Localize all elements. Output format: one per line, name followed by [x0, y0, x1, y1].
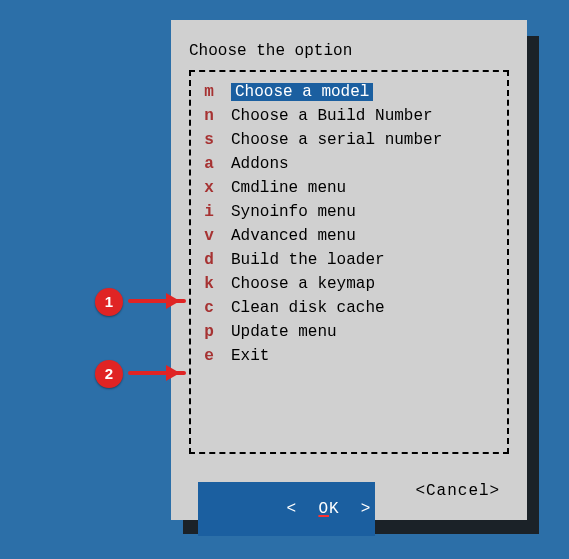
ok-button[interactable]: < OK > — [198, 482, 376, 536]
menu-item-label: Cmdline menu — [231, 179, 346, 197]
menu-item-label: Choose a serial number — [231, 131, 442, 149]
menu-item-key: p — [201, 323, 217, 341]
menu-item-label: Synoinfo menu — [231, 203, 356, 221]
menu-item-key: v — [201, 227, 217, 245]
dialog-panel: Choose the option mChoose a modelnChoose… — [171, 20, 527, 520]
menu-item-label: Choose a model — [231, 83, 373, 101]
menu-item-label: Choose a keymap — [231, 275, 375, 293]
menu-item-m[interactable]: mChoose a model — [201, 80, 495, 104]
dialog: Choose the option mChoose a modelnChoose… — [171, 20, 527, 520]
menu-item-key: s — [201, 131, 217, 149]
dialog-title: Choose the option — [189, 42, 509, 60]
ok-underline-letter: O — [318, 500, 329, 518]
menu-item-c[interactable]: cClean disk cache — [201, 296, 495, 320]
menu-item-s[interactable]: sChoose a serial number — [201, 128, 495, 152]
annotation-badge-1: 1 — [95, 288, 123, 316]
menu-item-label: Exit — [231, 347, 269, 365]
menu-item-label: Build the loader — [231, 251, 385, 269]
menu-item-a[interactable]: aAddons — [201, 152, 495, 176]
menu-item-label: Choose a Build Number — [231, 107, 433, 125]
menu-item-label: Addons — [231, 155, 289, 173]
menu-item-p[interactable]: pUpdate menu — [201, 320, 495, 344]
menu-item-x[interactable]: xCmdline menu — [201, 176, 495, 200]
menu-item-k[interactable]: kChoose a keymap — [201, 272, 495, 296]
menu-item-key: x — [201, 179, 217, 197]
menu-item-e[interactable]: eExit — [201, 344, 495, 368]
annotation-2: 2 — [95, 360, 123, 388]
annotation-1: 1 — [95, 288, 123, 316]
ok-open: < — [287, 500, 319, 518]
annotation-badge-2: 2 — [95, 360, 123, 388]
cancel-button[interactable]: <Cancel> — [415, 482, 500, 536]
menu-item-label: Clean disk cache — [231, 299, 385, 317]
menu-item-label: Advanced menu — [231, 227, 356, 245]
ok-rest: K > — [329, 500, 371, 518]
menu-item-key: d — [201, 251, 217, 269]
menu-item-key: e — [201, 347, 217, 365]
menu-item-key: n — [201, 107, 217, 125]
menu-item-label: Update menu — [231, 323, 337, 341]
menu-item-key: m — [201, 83, 217, 101]
menu-item-n[interactable]: nChoose a Build Number — [201, 104, 495, 128]
menu-item-key: k — [201, 275, 217, 293]
menu-item-key: c — [201, 299, 217, 317]
menu-list: mChoose a modelnChoose a Build NumbersCh… — [189, 70, 509, 454]
menu-item-key: i — [201, 203, 217, 221]
dialog-buttons: < OK > <Cancel> — [187, 482, 511, 536]
menu-item-v[interactable]: vAdvanced menu — [201, 224, 495, 248]
menu-item-key: a — [201, 155, 217, 173]
menu-item-i[interactable]: iSynoinfo menu — [201, 200, 495, 224]
menu-item-d[interactable]: dBuild the loader — [201, 248, 495, 272]
